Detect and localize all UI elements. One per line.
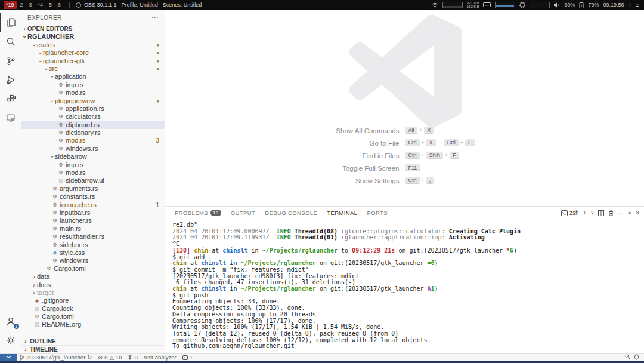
tree-file[interactable]: ⚙resulthandler.rs — [21, 233, 165, 241]
tree-folder[interactable]: ›target — [21, 289, 165, 297]
terminal-text: Counting objects: 100% (33/33), done. — [172, 304, 305, 311]
workspace-indicator[interactable]: 3 — [27, 1, 35, 9]
tree-folder[interactable]: ›sidebarrow — [21, 153, 165, 161]
activitybar-run-debug[interactable] — [0, 70, 21, 90]
tree-file[interactable]: ⚙iconcache.rs1 — [21, 201, 165, 209]
tree-file[interactable]: ▤sidebarrow.ui — [21, 177, 165, 184]
tree-file[interactable]: #style.css — [21, 249, 165, 257]
rust-analyzer-status[interactable]: rust-analyzer — [141, 354, 179, 361]
tree-file[interactable]: ⚙inputbar.rs — [21, 209, 165, 217]
tree-file[interactable]: ⚙sidebar.rs — [21, 241, 165, 249]
problems-status[interactable]: ⊘ 0 △ 10 — [95, 354, 125, 361]
shortcut-keys: Ctrl+Shift+F — [405, 152, 459, 159]
tree-file[interactable]: ⚙application.rs — [21, 105, 165, 113]
kill-terminal-icon[interactable] — [608, 210, 614, 216]
tree-file[interactable]: ⚙Cargo.toml — [21, 313, 165, 321]
tree-folder[interactable]: ›rglauncher-core● — [21, 49, 165, 57]
wifi-icon[interactable] — [432, 2, 438, 8]
tree-file[interactable]: ⚙windows.rs — [21, 145, 165, 153]
workspace-indicator[interactable]: *4 — [36, 1, 46, 9]
notifications-bell-icon[interactable] — [634, 354, 639, 361]
outline-section[interactable]: › OUTLINE — [21, 337, 165, 345]
tree-file[interactable]: ⚙mod.rs — [21, 89, 165, 97]
more-actions-icon[interactable]: ⋯ — [618, 210, 624, 216]
workspace-indicator[interactable]: 2 — [18, 1, 26, 9]
obs-icon — [76, 2, 81, 8]
rust-file-icon: ⚙ — [57, 113, 64, 121]
tree-item-label: README.org — [42, 321, 81, 328]
tree-file[interactable]: ▤README.org — [21, 321, 165, 328]
keyboard-activity-graph[interactable] — [495, 2, 515, 8]
battery-icon[interactable] — [579, 2, 584, 8]
terminal-text: Enumerating objects: 33, done. — [172, 298, 280, 304]
tree-folder[interactable]: ›rglauncher-gtk● — [21, 57, 165, 65]
remote-indicator[interactable]: >< — [0, 354, 17, 361]
tree-item-label: launcher.rs — [60, 217, 92, 224]
activitybar-settings[interactable] — [0, 331, 21, 350]
volume-icon[interactable] — [554, 2, 560, 8]
workspace-root-folder[interactable]: › RGLAUNCHER — [21, 33, 165, 41]
explorer-actions-icon[interactable]: ⋯ — [151, 13, 159, 21]
activitybar-source-control[interactable] — [0, 51, 21, 70]
tree-file[interactable]: ⚙imp.rs — [21, 161, 165, 169]
activitybar-explorer[interactable] — [0, 13, 21, 32]
workspace-indicator[interactable]: 6 — [55, 1, 63, 9]
activitybar-remote-explorer[interactable] — [0, 109, 21, 128]
maximize-panel-icon[interactable]: ∧ — [628, 210, 631, 216]
close-panel-icon[interactable]: × — [636, 210, 639, 216]
terminal-output[interactable]: re2.db"2024-04-20T01:12:09.000097Z INFO … — [165, 219, 644, 353]
zoom-status-icon[interactable] — [625, 354, 630, 361]
panel-tab-debug-console[interactable]: DEBUG CONSOLE — [260, 207, 322, 219]
tree-file[interactable]: ⚙clipboard.rs — [21, 121, 165, 129]
workspace-indicator[interactable]: 5 — [47, 1, 54, 9]
tree-item-label: dictionary.rs — [66, 129, 100, 137]
keyboard-icon[interactable] — [483, 2, 491, 7]
cpu-graph[interactable] — [530, 2, 550, 8]
open-editors-section[interactable]: › OPEN EDITORS — [21, 25, 165, 33]
tree-file[interactable]: ⚙mod.rs3 — [21, 137, 165, 144]
panel-tab-ports[interactable]: PORTS — [362, 207, 392, 219]
git-branch-status[interactable]: 20230517/gtk_launcher ↻ — [17, 354, 95, 361]
panel-tab-output[interactable]: OUTPUT — [226, 207, 260, 219]
timeline-section[interactable]: › TIMELINE — [21, 345, 165, 353]
tree-item-label: sidebarrow — [55, 153, 87, 161]
tree-file[interactable]: ⚙Cargo.toml — [21, 265, 165, 273]
tree-folder[interactable]: ›pluginpreview● — [21, 97, 165, 105]
network-graph[interactable] — [442, 2, 463, 8]
tree-file[interactable]: ⚙constants.rs — [21, 193, 165, 201]
terminal-count-status[interactable]: 1 — [179, 354, 196, 361]
panel-tab-problems[interactable]: PROBLEMS10 — [170, 207, 226, 219]
cpu-icon[interactable] — [519, 2, 525, 8]
tree-file[interactable]: ⚙mod.rs — [21, 169, 165, 177]
tree-file[interactable]: ⚙calculator.rs — [21, 113, 165, 121]
tree-file[interactable]: ◆.gitignore — [21, 297, 165, 304]
tree-folder[interactable]: ›crates● — [21, 41, 165, 49]
new-terminal-button[interactable]: + — [583, 210, 587, 216]
tree-file[interactable]: ⚙imp.rs — [21, 81, 165, 89]
tree-folder[interactable]: ›data — [21, 273, 165, 281]
clock: 09:19:56 — [603, 2, 624, 8]
terminal-dropdown-icon[interactable]: ∨ — [590, 210, 594, 216]
tree-file[interactable]: ⚙window.rs — [21, 257, 165, 264]
tree-file[interactable]: ▤Cargo.lock — [21, 305, 165, 313]
tree-file[interactable]: ⚙dictionary.rs — [21, 129, 165, 137]
split-terminal-icon[interactable] — [598, 210, 604, 216]
tree-file[interactable]: ⚙launcher.rs — [21, 217, 165, 224]
tree-folder[interactable]: ›src● — [21, 65, 165, 73]
activitybar-account[interactable]: 1 — [0, 312, 21, 331]
obs-title-text: OBS 30.1.1-1 - Profile: Untitled - Scene… — [84, 2, 202, 8]
tree-folder[interactable]: ›docs — [21, 281, 165, 289]
terminal-text: chinslt — [222, 247, 247, 254]
tree-file[interactable]: ⚙arguments.rs — [21, 185, 165, 193]
activitybar-search[interactable] — [0, 32, 21, 51]
chevron-down-icon: › — [48, 98, 55, 104]
workspace-indicator[interactable]: *19 — [4, 1, 17, 9]
tree-file[interactable]: ⚙main.rs — [21, 225, 165, 233]
rust-file-icon: ⚙ — [57, 89, 64, 97]
panel-tab-terminal[interactable]: TERMINAL — [322, 207, 362, 219]
shell-selector[interactable]: zsh — [561, 210, 579, 216]
ports-status[interactable]: 0 — [125, 354, 140, 361]
activitybar-extensions[interactable] — [0, 90, 21, 109]
tree-folder[interactable]: ›application — [21, 73, 165, 81]
tray-expander[interactable]: + ≡ — [628, 2, 640, 8]
